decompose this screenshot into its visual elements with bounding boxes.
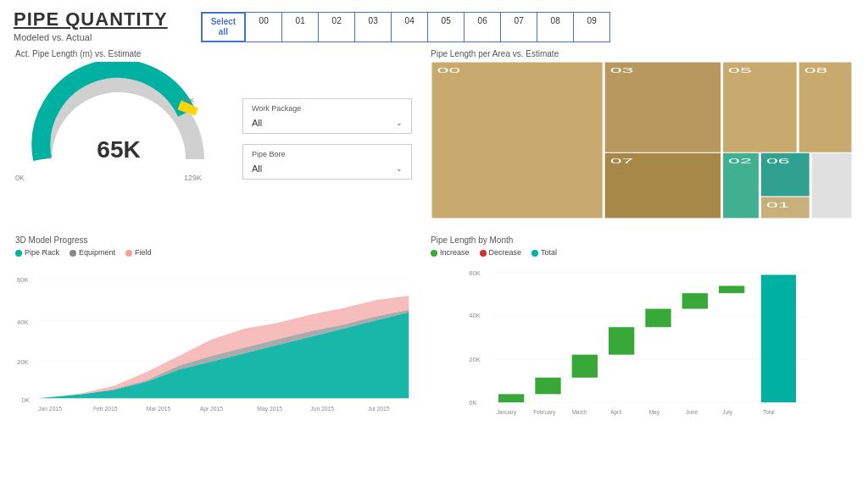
svg-text:08: 08 <box>804 66 828 75</box>
pipe-bore-label: Pipe Bore <box>252 150 403 158</box>
work-package-value: All <box>252 118 262 128</box>
gauge-value: 65K <box>97 136 140 163</box>
page-header: PIPE QUANTITY Modeled vs. Actual Select … <box>0 0 868 46</box>
svg-text:07: 07 <box>610 157 634 165</box>
svg-text:01: 01 <box>766 201 790 209</box>
svg-rect-3 <box>605 63 721 152</box>
svg-text:20K: 20K <box>17 358 30 366</box>
filter-tabs: Select all00010203040506070809 <box>202 12 610 42</box>
svg-text:Jun 2015: Jun 2015 <box>310 406 334 412</box>
svg-text:June: June <box>686 409 698 415</box>
svg-text:Jan 2015: Jan 2015 <box>38 406 62 412</box>
legend-item-equipment: Equipment <box>70 248 115 257</box>
waterfall-section: Pipe Length by Month IncreaseDecreaseTot… <box>424 232 860 495</box>
svg-rect-5 <box>723 63 797 152</box>
gauge-min: 0K <box>15 174 25 182</box>
area-chart-title: 3D Model Progress <box>15 235 417 245</box>
svg-text:06: 06 <box>766 157 790 165</box>
svg-text:0K: 0K <box>469 399 476 407</box>
svg-rect-1 <box>431 63 602 219</box>
filter-tab-00[interactable]: 00 <box>245 12 282 42</box>
page-title: PIPE QUANTITY <box>14 8 168 30</box>
svg-rect-44 <box>609 327 634 355</box>
work-package-dropdown[interactable]: Work Package All ⌄ <box>242 98 412 134</box>
area-chart-legend: Pipe RackEquipmentField <box>15 248 417 257</box>
svg-text:February: February <box>533 409 556 416</box>
wf-legend-item-increase: Increase <box>431 248 470 257</box>
svg-text:Apr 2015: Apr 2015 <box>200 406 224 412</box>
svg-rect-43 <box>572 355 598 378</box>
filter-tab-01[interactable]: 01 <box>281 12 319 42</box>
filter-tab-06[interactable]: 06 <box>464 12 501 42</box>
waterfall-title: Pipe Length by Month <box>431 235 853 245</box>
filter-tab-07[interactable]: 07 <box>500 12 537 42</box>
svg-text:40K: 40K <box>469 312 480 319</box>
filter-tab-09[interactable]: 09 <box>573 12 610 42</box>
svg-text:00: 00 <box>437 66 460 75</box>
svg-rect-45 <box>645 309 670 328</box>
filter-tab-02[interactable]: 02 <box>318 12 355 42</box>
work-package-label: Work Package <box>252 104 403 113</box>
svg-text:April: April <box>610 409 622 416</box>
area-chart-section: 3D Model Progress Pipe RackEquipmentFiel… <box>8 232 424 495</box>
svg-text:March: March <box>572 409 587 415</box>
svg-text:July: July <box>722 409 732 416</box>
svg-text:Jul 2015: Jul 2015 <box>368 406 390 412</box>
pipe-bore-dropdown[interactable]: Pipe Bore All ⌄ <box>242 144 412 180</box>
gauge-section: Act. Pipe Length (m) vs. Estimate 67K 65… <box>8 46 229 232</box>
legend-item-pipe rack: Pipe Rack <box>15 248 59 257</box>
svg-rect-47 <box>719 286 744 294</box>
svg-rect-42 <box>535 378 560 395</box>
svg-rect-17 <box>812 153 852 219</box>
gauge-max: 129K <box>184 174 202 182</box>
svg-text:03: 03 <box>610 66 634 75</box>
svg-text:60K: 60K <box>17 276 30 284</box>
svg-rect-7 <box>799 63 852 152</box>
svg-text:May 2015: May 2015 <box>257 406 282 412</box>
svg-text:40K: 40K <box>17 318 30 326</box>
svg-text:May: May <box>649 409 660 416</box>
gauge-title: Act. Pipe Length (m) vs. Estimate <box>15 49 222 58</box>
work-package-arrow: ⌄ <box>396 119 403 127</box>
svg-text:05: 05 <box>728 66 752 75</box>
dropdowns-section: Work Package All ⌄ Pipe Bore All ⌄ <box>229 46 424 232</box>
svg-text:20K: 20K <box>469 356 480 363</box>
page-subtitle: Modeled vs. Actual <box>14 32 168 42</box>
filter-tab-08[interactable]: 08 <box>537 12 574 42</box>
treemap-section: Pipe Length per Area vs. Estimate 000305… <box>424 46 860 232</box>
svg-text:60K: 60K <box>469 269 480 277</box>
legend-item-field: Field <box>125 248 152 257</box>
svg-rect-48 <box>761 275 796 403</box>
svg-text:Mar 2015: Mar 2015 <box>147 406 171 412</box>
svg-rect-46 <box>682 293 708 308</box>
svg-text:Feb 2015: Feb 2015 <box>93 406 118 412</box>
filter-tab-03[interactable]: 03 <box>354 12 392 42</box>
treemap-title: Pipe Length per Area vs. Estimate <box>431 49 853 58</box>
filter-tab-05[interactable]: 05 <box>427 12 465 42</box>
wf-legend-item-total: Total <box>531 248 557 257</box>
pipe-bore-arrow: ⌄ <box>396 164 403 173</box>
filter-tab-select-all[interactable]: Select all <box>201 12 246 42</box>
svg-text:0K: 0K <box>22 396 31 404</box>
svg-text:02: 02 <box>728 157 752 165</box>
waterfall-legend: IncreaseDecreaseTotal <box>431 248 853 257</box>
filter-tab-04[interactable]: 04 <box>391 12 428 42</box>
svg-text:67K: 67K <box>182 97 195 104</box>
svg-text:Total: Total <box>763 409 775 415</box>
pipe-bore-value: All <box>252 163 262 174</box>
svg-text:January: January <box>497 409 517 416</box>
svg-rect-41 <box>498 394 524 402</box>
wf-legend-item-decrease: Decrease <box>480 248 522 257</box>
